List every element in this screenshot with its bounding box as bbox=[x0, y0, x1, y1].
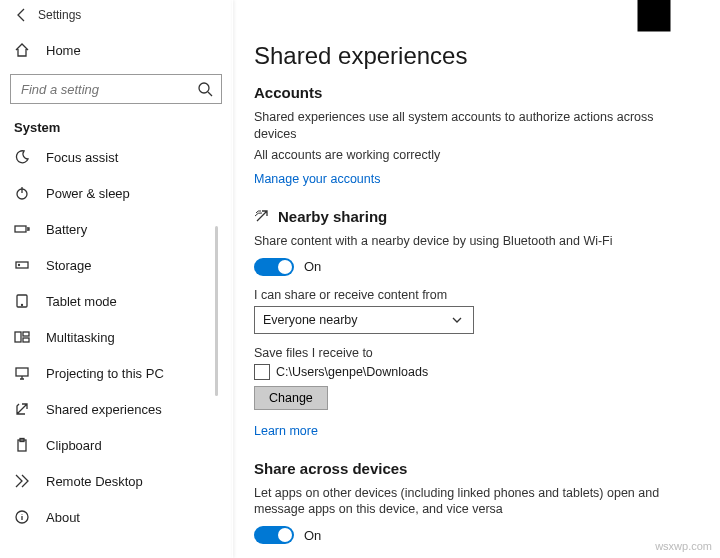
power-icon bbox=[14, 185, 30, 201]
sidebar-item-remote-desktop[interactable]: Remote Desktop bbox=[0, 463, 232, 499]
maximize-button[interactable] bbox=[632, 0, 676, 30]
svg-point-5 bbox=[19, 265, 20, 266]
battery-icon bbox=[14, 221, 30, 237]
project-icon bbox=[14, 365, 30, 381]
remote-icon bbox=[14, 473, 30, 489]
watermark: wsxwp.com bbox=[655, 540, 712, 552]
across-heading: Share across devices bbox=[254, 460, 696, 477]
svg-rect-11 bbox=[16, 368, 28, 376]
nearby-desc: Share content with a nearby device by us… bbox=[254, 233, 674, 250]
sidebar-item-multitasking[interactable]: Multitasking bbox=[0, 319, 232, 355]
svg-rect-9 bbox=[23, 332, 29, 336]
accounts-desc: Shared experiences use all system accoun… bbox=[254, 109, 674, 143]
manage-accounts-link[interactable]: Manage your accounts bbox=[254, 172, 380, 186]
sidebar-item-shared-experiences[interactable]: Shared experiences bbox=[0, 391, 232, 427]
home-icon bbox=[14, 42, 30, 58]
sidebar-item-label: Tablet mode bbox=[46, 294, 117, 309]
sidebar: Home System Focus assist Power & sleep B… bbox=[0, 30, 232, 558]
sidebar-item-about[interactable]: About bbox=[0, 499, 232, 535]
home-label: Home bbox=[46, 43, 81, 58]
sidebar-item-label: Power & sleep bbox=[46, 186, 130, 201]
nearby-toggle[interactable] bbox=[254, 258, 294, 276]
sidebar-item-label: Remote Desktop bbox=[46, 474, 143, 489]
folder-icon bbox=[254, 364, 270, 380]
multitask-icon bbox=[14, 329, 30, 345]
accounts-heading: Accounts bbox=[254, 84, 696, 101]
accounts-status: All accounts are working correctly bbox=[254, 147, 674, 164]
window-title: Settings bbox=[38, 8, 81, 22]
search-input[interactable] bbox=[19, 81, 197, 98]
search-box[interactable] bbox=[10, 74, 222, 104]
moon-icon bbox=[14, 149, 30, 165]
learn-more-link[interactable]: Learn more bbox=[254, 424, 318, 438]
sidebar-item-label: Battery bbox=[46, 222, 87, 237]
minimize-button[interactable] bbox=[588, 0, 632, 30]
sidebar-item-label: Focus assist bbox=[46, 150, 118, 165]
sidebar-item-storage[interactable]: Storage bbox=[0, 247, 232, 283]
sidebar-item-focus-assist[interactable]: Focus assist bbox=[0, 139, 232, 175]
main-panel: Shared experiences Accounts Shared exper… bbox=[232, 30, 720, 558]
page-title: Shared experiences bbox=[254, 42, 696, 70]
titlebar: Settings bbox=[0, 0, 720, 30]
sidebar-item-tablet-mode[interactable]: Tablet mode bbox=[0, 283, 232, 319]
nearby-share-icon bbox=[254, 208, 270, 224]
save-path: C:\Users\genpe\Downloads bbox=[276, 365, 428, 379]
nearby-toggle-state: On bbox=[304, 259, 321, 274]
svg-rect-0 bbox=[638, 0, 671, 32]
nav-home[interactable]: Home bbox=[0, 32, 232, 68]
nearby-heading: Nearby sharing bbox=[254, 208, 696, 225]
sidebar-item-label: Multitasking bbox=[46, 330, 115, 345]
search-icon bbox=[197, 81, 213, 97]
change-button[interactable]: Change bbox=[254, 386, 328, 410]
across-toggle[interactable] bbox=[254, 526, 294, 544]
storage-icon bbox=[14, 257, 30, 273]
share-receive-label: I can share or receive content from bbox=[254, 288, 696, 302]
info-icon bbox=[14, 509, 30, 525]
svg-rect-10 bbox=[23, 338, 29, 342]
svg-rect-3 bbox=[15, 226, 26, 232]
across-toggle-state: On bbox=[304, 528, 321, 543]
sidebar-item-label: Clipboard bbox=[46, 438, 102, 453]
tablet-icon bbox=[14, 293, 30, 309]
across-desc: Let apps on other devices (including lin… bbox=[254, 485, 674, 519]
chevron-down-icon bbox=[449, 312, 465, 328]
svg-point-1 bbox=[199, 83, 209, 93]
share-receive-value: Everyone nearby bbox=[263, 313, 358, 327]
back-icon[interactable] bbox=[14, 7, 30, 23]
sidebar-item-battery[interactable]: Battery bbox=[0, 211, 232, 247]
sidebar-item-label: Projecting to this PC bbox=[46, 366, 164, 381]
nearby-heading-text: Nearby sharing bbox=[278, 208, 387, 225]
svg-point-7 bbox=[22, 305, 23, 306]
clipboard-icon bbox=[14, 437, 30, 453]
divider bbox=[232, 30, 233, 558]
share-receive-select[interactable]: Everyone nearby bbox=[254, 306, 474, 334]
sidebar-item-label: Storage bbox=[46, 258, 92, 273]
save-to-label: Save files I receive to bbox=[254, 346, 696, 360]
sidebar-item-power-sleep[interactable]: Power & sleep bbox=[0, 175, 232, 211]
share-icon bbox=[14, 401, 30, 417]
sidebar-item-projecting[interactable]: Projecting to this PC bbox=[0, 355, 232, 391]
svg-rect-4 bbox=[16, 262, 28, 268]
close-button[interactable] bbox=[676, 0, 720, 30]
sidebar-scrollbar[interactable] bbox=[215, 180, 218, 538]
svg-rect-8 bbox=[15, 332, 21, 342]
nav-list: Focus assist Power & sleep Battery Stora… bbox=[0, 139, 232, 535]
sidebar-item-clipboard[interactable]: Clipboard bbox=[0, 427, 232, 463]
sidebar-item-label: Shared experiences bbox=[46, 402, 162, 417]
sidebar-item-label: About bbox=[46, 510, 80, 525]
section-heading: System bbox=[0, 114, 232, 139]
